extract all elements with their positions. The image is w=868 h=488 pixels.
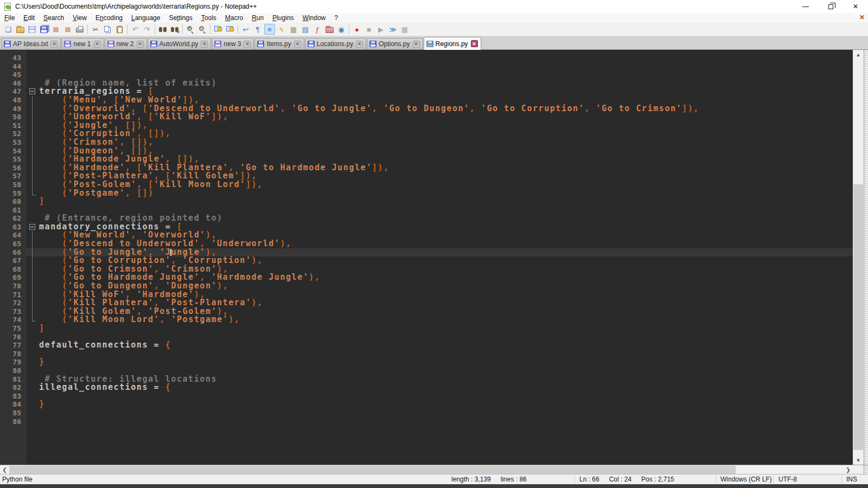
document-list-icon[interactable]: ▤ [300, 24, 311, 35]
close-doc-icon[interactable]: ⊠ [50, 24, 61, 35]
code-text[interactable]: # (Region name, list of exits) [39, 79, 853, 88]
print-icon[interactable] [74, 24, 85, 35]
tab-new-3[interactable]: new 3✕ [212, 38, 254, 49]
code-line[interactable]: 44 [0, 62, 853, 71]
restore-button[interactable] [818, 0, 843, 13]
code-line[interactable]: 83 [0, 392, 853, 401]
tab-close-icon[interactable]: ✕ [413, 41, 420, 48]
code-line[interactable]: 85 [0, 409, 853, 418]
tab-options-py[interactable]: Options.py✕ [367, 38, 423, 49]
close-all-docs-icon[interactable]: ⊠ [62, 24, 73, 35]
code-text[interactable]: } [39, 358, 853, 367]
menu-item-[interactable]: ? [330, 14, 342, 22]
tab-ap-ideas-txt[interactable]: AP Ideas.txt✕ [1, 38, 61, 49]
menu-item-window[interactable]: Window [298, 14, 330, 22]
zoom-in-icon[interactable]: + [185, 24, 196, 35]
indent-guide-icon[interactable]: ≡ [264, 24, 275, 35]
code-text[interactable]: ('Underworld', ['Kill WoF']), [39, 113, 853, 121]
function-list-icon[interactable]: ƒ [312, 24, 323, 35]
code-text[interactable] [39, 62, 853, 71]
tab-new-2[interactable]: new 2✕ [105, 38, 147, 49]
monitoring-icon[interactable]: ◉ [336, 24, 347, 35]
menu-item-view[interactable]: View [68, 14, 91, 22]
code-line[interactable]: 84} [0, 400, 853, 409]
fold-marker[interactable]: − [26, 87, 39, 96]
code-line[interactable]: 77default_connections = { [0, 341, 853, 350]
word-wrap-icon[interactable]: ↩ [240, 24, 251, 35]
code-line[interactable]: 59 ('Postgame', []) [0, 189, 853, 198]
save-all-icon[interactable] [39, 24, 49, 35]
macro-save-icon[interactable]: ▦ [399, 24, 410, 35]
close-button[interactable]: ✕ [843, 0, 868, 13]
paste-icon[interactable] [114, 24, 125, 35]
code-text[interactable]: ('Post-Golem', ['Kill Moon Lord']), [39, 181, 853, 189]
code-text[interactable]: illegal_connections = { [39, 383, 853, 392]
code-line[interactable]: 74 ('Kill Moon Lord', 'Postgame'), [0, 316, 853, 324]
save-icon[interactable] [27, 24, 37, 35]
menu-item-file[interactable]: File [0, 14, 19, 22]
menu-item-encoding[interactable]: Encoding [91, 14, 127, 22]
menu-item-settings[interactable]: Settings [164, 14, 196, 22]
tab-locations-py[interactable]: Locations.py✕ [305, 38, 366, 49]
tab-regions-py[interactable]: Regions.py✕ [424, 37, 481, 50]
minimize-button[interactable]: — [793, 0, 818, 13]
zoom-out-icon[interactable]: − [197, 24, 208, 35]
menu-item-plugins[interactable]: Plugins [268, 14, 298, 22]
code-text[interactable]: ] [39, 324, 853, 333]
menu-item-edit[interactable]: Edit [19, 14, 39, 22]
open-file-icon[interactable] [15, 24, 25, 35]
code-line[interactable]: 79} [0, 358, 853, 367]
tab-items-py[interactable]: Items.py✕ [254, 38, 304, 49]
menu-item-run[interactable]: Run [247, 14, 268, 22]
horizontal-scrollbar[interactable]: ❮ ❯ [0, 465, 853, 474]
tab-autoworld-py[interactable]: AutoWorld.py✕ [148, 38, 212, 49]
code-text[interactable]: ] [39, 197, 853, 206]
fold-marker[interactable]: − [26, 223, 39, 232]
code-line[interactable]: 82illegal_connections = { [0, 383, 853, 392]
code-text[interactable]: default_connections = { [39, 341, 853, 350]
tab-close-icon[interactable]: ✕ [50, 41, 58, 48]
vertical-scrollbar-thumb[interactable] [853, 184, 863, 450]
code-text[interactable]: ('Postgame', []) [39, 189, 853, 198]
code-line[interactable]: 43 [0, 54, 853, 62]
sync-vertical-icon[interactable] [213, 24, 224, 35]
menu-item-macro[interactable]: Macro [221, 14, 247, 22]
vertical-scrollbar[interactable]: ▲ ▼ [853, 50, 864, 465]
undo-icon[interactable]: ↶ [130, 24, 141, 35]
redo-icon[interactable]: ↷ [142, 24, 152, 35]
user-defined-language-icon[interactable]: ϟ [276, 24, 287, 35]
tab-close-icon[interactable]: ✕ [201, 41, 208, 48]
macro-play-icon[interactable]: ▶ [375, 24, 386, 35]
macro-run-multiple-icon[interactable]: ≫ [387, 24, 398, 35]
code-text[interactable]: ('Kill Moon Lord', 'Postgame'), [39, 316, 853, 324]
scroll-left-icon[interactable]: ❮ [0, 465, 9, 474]
code-line[interactable]: 86 [0, 418, 853, 426]
tab-new-1[interactable]: new 1✕ [61, 38, 104, 49]
code-text[interactable] [39, 54, 853, 62]
tab-close-icon[interactable]: ✕ [471, 40, 478, 47]
find-icon[interactable] [157, 24, 168, 35]
code-text[interactable] [39, 409, 853, 418]
code-text[interactable]: ('Crimson', []), [39, 138, 853, 147]
macro-stop-icon[interactable]: ■ [363, 24, 374, 35]
show-all-characters-icon[interactable]: ¶ [252, 24, 263, 35]
sync-horizontal-icon[interactable] [225, 24, 235, 35]
tab-close-icon[interactable]: ✕ [244, 41, 251, 48]
cut-icon[interactable]: ✂ [90, 24, 101, 35]
scroll-up-icon[interactable]: ▲ [853, 50, 864, 59]
tab-close-icon[interactable]: ✕ [137, 41, 144, 48]
tab-close-icon[interactable]: ✕ [294, 41, 301, 48]
folder-as-workspace-icon[interactable] [324, 24, 335, 35]
code-line[interactable]: 60] [0, 197, 853, 206]
scroll-down-icon[interactable]: ▼ [853, 455, 864, 465]
copy-icon[interactable] [102, 24, 113, 35]
code-line[interactable]: 78 [0, 350, 853, 358]
replace-icon[interactable]: b [169, 24, 180, 35]
tab-close-icon[interactable]: ✕ [356, 41, 363, 48]
code-text[interactable] [39, 350, 853, 358]
code-text[interactable] [39, 418, 853, 426]
menubar-close-icon[interactable]: ✕ [859, 14, 865, 21]
new-file-icon[interactable]: ❏ [3, 24, 14, 35]
menu-item-tools[interactable]: Tools [197, 14, 221, 22]
code-editor[interactable]: 43444546 # (Region name, list of exits)4… [0, 50, 853, 465]
